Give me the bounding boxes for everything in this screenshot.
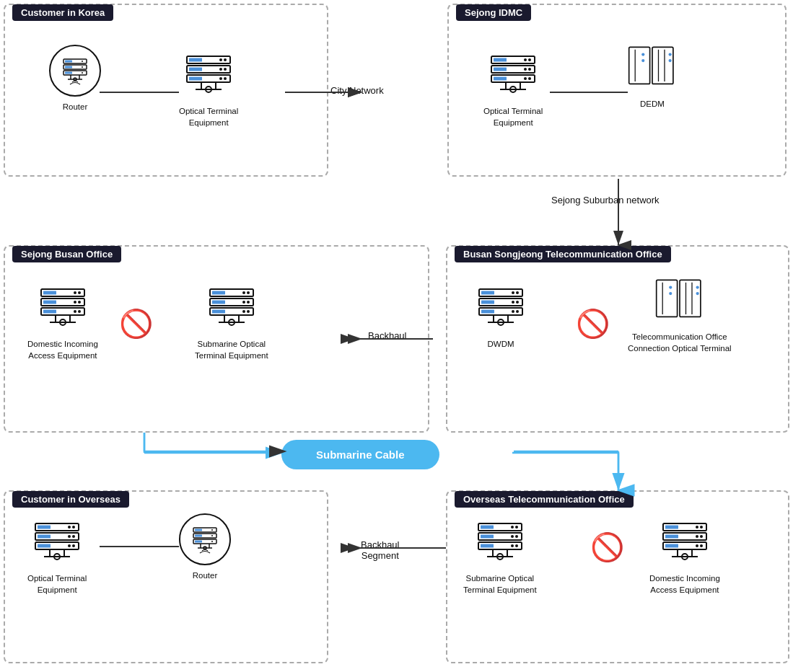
equipment-optical-idmc: Optical TerminalEquipment bbox=[483, 52, 543, 128]
svg-rect-90 bbox=[212, 291, 225, 295]
equipment-submarine-optical-busan: Submarine OpticalTerminal Equipment bbox=[195, 285, 268, 361]
svg-rect-107 bbox=[481, 301, 494, 304]
svg-point-82 bbox=[74, 310, 76, 313]
svg-point-181 bbox=[700, 544, 703, 547]
svg-rect-91 bbox=[212, 301, 225, 304]
equipment-optical-korea: Optical TerminalEquipment bbox=[179, 52, 238, 128]
svg-point-53 bbox=[528, 68, 531, 71]
svg-point-184 bbox=[696, 544, 698, 547]
domestic-incoming-icon-overseas bbox=[660, 519, 709, 568]
svg-point-164 bbox=[515, 535, 518, 538]
svg-rect-49 bbox=[494, 58, 507, 62]
svg-point-57 bbox=[524, 77, 527, 80]
svg-point-78 bbox=[78, 301, 81, 304]
svg-rect-20 bbox=[65, 61, 72, 63]
svg-rect-21 bbox=[65, 66, 72, 68]
dedm-icon bbox=[628, 45, 677, 94]
section-header-overseas-telecom: Overseas Telecommunication Office bbox=[455, 491, 634, 508]
svg-point-70 bbox=[669, 59, 672, 62]
equipment-router-overseas: Router bbox=[179, 513, 231, 581]
svg-point-24 bbox=[82, 66, 83, 68]
section-header-busan-songjeong: Busan Songjeong Telecommunication Office bbox=[455, 246, 671, 262]
router-icon-korea bbox=[49, 45, 101, 97]
svg-point-112 bbox=[512, 291, 514, 294]
svg-point-180 bbox=[700, 535, 703, 538]
submarine-optical-icon-overseas bbox=[476, 519, 525, 568]
svg-point-98 bbox=[242, 310, 245, 313]
section-header-customer-korea: Customer in Korea bbox=[12, 4, 113, 21]
svg-point-126 bbox=[696, 286, 698, 288]
svg-point-96 bbox=[242, 291, 245, 294]
equipment-domestic-incoming-overseas: Domestic IncomingAccess Equipment bbox=[649, 519, 720, 596]
router-label-overseas: Router bbox=[193, 570, 218, 581]
svg-point-127 bbox=[696, 292, 698, 295]
svg-rect-147 bbox=[195, 529, 202, 531]
router-icon-overseas bbox=[179, 513, 231, 565]
svg-rect-76 bbox=[43, 310, 56, 314]
svg-point-135 bbox=[72, 535, 75, 538]
telecom-conn-label: Telecommunication OfficeConnection Optic… bbox=[628, 331, 732, 354]
city-network-label: City Network bbox=[330, 85, 384, 96]
svg-rect-176 bbox=[665, 526, 678, 529]
svg-point-110 bbox=[516, 301, 519, 304]
svg-rect-161 bbox=[481, 535, 494, 539]
svg-point-167 bbox=[511, 535, 514, 538]
svg-point-97 bbox=[242, 301, 245, 304]
svg-point-165 bbox=[515, 544, 518, 547]
optical-terminal-icon-idmc bbox=[488, 52, 538, 101]
network-diagram: Customer in Korea Sejong IDMC Sejong Bus… bbox=[0, 0, 793, 672]
telecom-conn-icon bbox=[655, 278, 704, 327]
optical-terminal-label-overseas: Optical TerminalEquipment bbox=[27, 572, 87, 596]
submarine-optical-label-overseas: Submarine OpticalTerminal Equipment bbox=[463, 572, 537, 596]
svg-point-94 bbox=[247, 301, 250, 304]
svg-rect-22 bbox=[65, 72, 72, 74]
equipment-telecom-conn: Telecommunication OfficeConnection Optic… bbox=[628, 278, 732, 354]
svg-point-56 bbox=[524, 68, 527, 71]
svg-point-40 bbox=[219, 68, 222, 71]
svg-rect-108 bbox=[481, 310, 494, 314]
svg-point-168 bbox=[511, 544, 514, 547]
section-header-customer-overseas: Customer in Overseas bbox=[12, 491, 129, 508]
svg-rect-132 bbox=[38, 535, 51, 539]
svg-point-25 bbox=[82, 72, 83, 74]
svg-point-166 bbox=[511, 526, 514, 529]
domestic-incoming-icon-busan bbox=[38, 285, 87, 334]
svg-rect-133 bbox=[38, 544, 51, 548]
svg-rect-162 bbox=[481, 544, 494, 548]
svg-rect-75 bbox=[43, 301, 56, 304]
svg-point-41 bbox=[219, 77, 222, 80]
svg-rect-131 bbox=[38, 526, 51, 529]
svg-point-54 bbox=[528, 77, 531, 80]
svg-rect-63 bbox=[652, 47, 673, 84]
svg-point-183 bbox=[696, 535, 698, 538]
backhaul-segment-label: BackhaulSegment bbox=[361, 539, 399, 561]
svg-rect-92 bbox=[212, 310, 225, 314]
svg-rect-177 bbox=[665, 535, 678, 539]
svg-point-52 bbox=[528, 58, 531, 61]
svg-point-138 bbox=[68, 535, 71, 538]
equipment-domestic-incoming-busan: Domestic IncomingAccess Equipment bbox=[27, 285, 98, 361]
svg-rect-62 bbox=[629, 47, 650, 84]
svg-point-65 bbox=[641, 53, 644, 56]
svg-point-137 bbox=[68, 526, 71, 529]
svg-rect-178 bbox=[665, 544, 678, 548]
svg-point-55 bbox=[524, 58, 527, 61]
optical-terminal-label-korea: Optical TerminalEquipment bbox=[179, 105, 238, 128]
svg-point-113 bbox=[512, 301, 514, 304]
no-sign-songjeong: 🚫 bbox=[576, 310, 610, 337]
section-header-sejong-idmc: Sejong IDMC bbox=[456, 4, 531, 21]
svg-rect-51 bbox=[494, 77, 507, 81]
svg-point-77 bbox=[78, 291, 81, 294]
svg-point-122 bbox=[669, 286, 672, 288]
svg-rect-160 bbox=[481, 526, 494, 529]
sejong-suburban-label: Sejong Suburban network bbox=[551, 195, 660, 205]
submarine-cable-button: Submarine Cable bbox=[281, 440, 439, 469]
svg-rect-74 bbox=[43, 291, 56, 295]
svg-rect-34 bbox=[189, 68, 202, 71]
svg-point-134 bbox=[72, 526, 75, 529]
dwdm-label: DWDM bbox=[487, 338, 514, 350]
svg-point-23 bbox=[82, 61, 83, 62]
svg-point-66 bbox=[641, 59, 644, 62]
svg-point-179 bbox=[700, 526, 703, 529]
svg-rect-149 bbox=[195, 541, 202, 543]
